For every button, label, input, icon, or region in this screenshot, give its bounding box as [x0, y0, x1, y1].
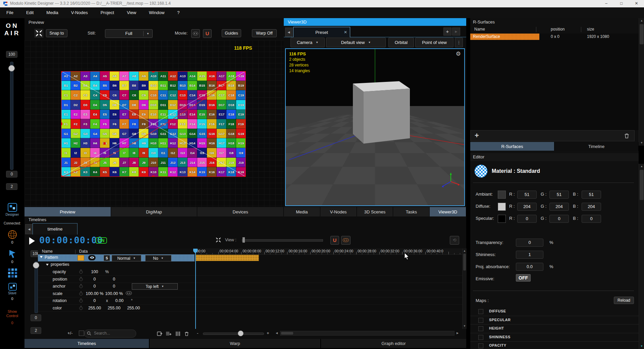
tab-preview[interactable]: Preview: [24, 207, 111, 216]
grid-cell-F13[interactable]: F13: [178, 119, 187, 129]
collapse-caret-icon[interactable]: [46, 264, 49, 266]
grid-cell-G5[interactable]: G5: [100, 129, 110, 139]
viewport-3d[interactable]: 116 FPS2 objects28 vertices14 triangles …: [285, 48, 465, 206]
search-box[interactable]: [84, 330, 136, 338]
grid-cell-G6[interactable]: G6: [110, 129, 119, 139]
grid-cell-G3[interactable]: G3: [80, 129, 90, 139]
grid-cell-B5[interactable]: B5: [100, 81, 110, 91]
keyframe-clock-icon[interactable]: [79, 277, 83, 282]
grid-cell-D15[interactable]: D15: [197, 100, 207, 110]
menu-window[interactable]: Window: [143, 7, 171, 18]
map-row-height[interactable]: HEIGHT: [470, 325, 639, 333]
grid-cell-A4[interactable]: A4: [90, 71, 100, 81]
grid-cell-A13[interactable]: A13: [178, 71, 187, 81]
tab-preset[interactable]: Preset ✕: [293, 27, 350, 37]
grid-cell-C9[interactable]: C9: [139, 90, 149, 100]
trigger-dropdown[interactable]: No ▼: [145, 255, 171, 261]
toolbar-more-button[interactable]: ⋮: [455, 38, 463, 47]
keyframe-clock-icon[interactable]: [79, 298, 83, 304]
grid-cell-H3[interactable]: H3: [80, 138, 90, 148]
rsurfaces-scrollbar[interactable]: ▲ ▼: [639, 18, 644, 146]
grid-cell-E9[interactable]: E9: [139, 110, 149, 119]
grid-cell-G7[interactable]: G7: [119, 129, 129, 139]
grid-cell-K14[interactable]: K14: [187, 167, 197, 177]
grid-cell-G19[interactable]: G19: [236, 129, 246, 139]
blend-mode-dropdown[interactable]: Normal ▼: [112, 255, 141, 261]
grid-cell-C8[interactable]: C8: [129, 90, 139, 100]
grid-cell-F11[interactable]: F11: [158, 119, 168, 129]
grid-cell-G12[interactable]: G12: [168, 129, 178, 139]
grid-cell-G2[interactable]: G2: [71, 129, 80, 139]
grid-cell-K12[interactable]: K12: [168, 167, 178, 177]
grid-cell-F10[interactable]: F10: [149, 119, 158, 129]
timeline-magnet-icon[interactable]: U: [330, 236, 339, 245]
grid-cell-H5[interactable]: H5: [100, 138, 110, 148]
grid-cell-A3[interactable]: A3: [80, 71, 90, 81]
kinetic-sphere-icon[interactable]: [7, 230, 17, 240]
keyframe-clock-icon[interactable]: [79, 284, 83, 289]
grid-cell-I10[interactable]: I10: [149, 148, 158, 158]
grid-cell-J8[interactable]: J8: [129, 158, 139, 167]
ambiant-b-field[interactable]: 51: [582, 191, 601, 199]
grid-cell-F8[interactable]: F8: [129, 119, 139, 129]
grid-cell-D5[interactable]: D5: [100, 100, 110, 110]
grid-cell-B17[interactable]: B17: [217, 81, 226, 91]
emissive-toggle[interactable]: OFF: [516, 274, 531, 282]
tab-tasks[interactable]: Tasks: [393, 207, 430, 216]
grid-cell-K15[interactable]: K15: [197, 167, 207, 177]
timeline-link-icon[interactable]: [341, 236, 351, 245]
grid-cell-I6[interactable]: I6: [110, 148, 119, 158]
add-keyframe-icon[interactable]: [156, 330, 163, 337]
zoom-slider-knob[interactable]: [238, 331, 244, 336]
grid-cell-A15[interactable]: A15: [197, 71, 207, 81]
center-view-icon[interactable]: [35, 29, 43, 38]
grid-cell-B18[interactable]: B18: [226, 81, 236, 91]
fit-view-icon[interactable]: [215, 237, 222, 243]
snap-to-button[interactable]: Snap to: [46, 29, 67, 37]
movie-loop-toggle[interactable]: [191, 29, 200, 38]
grid-cell-E11[interactable]: E11: [158, 110, 168, 119]
grid-cell-H9[interactable]: H9: [139, 138, 149, 148]
scroll-up-icon[interactable]: ▲: [639, 18, 644, 23]
grid-cell-F3[interactable]: F3: [80, 119, 90, 129]
add-tab-button[interactable]: +: [443, 28, 451, 36]
grid-cell-I1[interactable]: I1: [61, 148, 71, 158]
grid-cell-G1[interactable]: G1: [61, 129, 71, 139]
grid-cell-C6[interactable]: C6: [110, 90, 119, 100]
grid-cell-I19[interactable]: I19: [236, 148, 246, 158]
grid-cell-C19[interactable]: C19: [236, 90, 246, 100]
grid-cell-H11[interactable]: H11: [158, 138, 168, 148]
keyframe-clock-icon[interactable]: [79, 291, 83, 297]
map-checkbox-specular[interactable]: [478, 318, 483, 323]
prop-value[interactable]: 255.00: [85, 306, 104, 310]
zoom-out-button[interactable]: -: [197, 331, 198, 336]
grid-cell-D17[interactable]: D17: [217, 100, 226, 110]
specular-r-field[interactable]: 0: [517, 215, 537, 223]
timeline-tab-scroll-left[interactable]: ◀: [25, 224, 33, 234]
grid-cell-C1[interactable]: C1: [61, 90, 71, 100]
hscroll-thumb[interactable]: [281, 332, 293, 335]
grid-cell-E7[interactable]: E7: [119, 110, 129, 119]
keyframe-clock-icon[interactable]: [79, 269, 83, 275]
grid-cell-D6[interactable]: D6: [110, 100, 119, 110]
diffuse-color-swatch[interactable]: [498, 203, 506, 211]
grid-cell-J15[interactable]: J15: [197, 158, 207, 167]
tab-graph-editor[interactable]: Graph editor: [321, 339, 466, 348]
grid-cell-D11[interactable]: D11: [158, 100, 168, 110]
prop-value[interactable]: 0.00: [110, 298, 129, 303]
tab-timelines[interactable]: Timelines: [24, 339, 149, 348]
grid-cell-H14[interactable]: H14: [187, 138, 197, 148]
grid-cell-D8[interactable]: D8: [129, 100, 139, 110]
prop-value[interactable]: 255.00: [124, 306, 143, 310]
grid-cell-B6[interactable]: B6: [110, 81, 119, 91]
link-icon[interactable]: [126, 291, 132, 296]
grid-cell-H8[interactable]: H8: [129, 138, 139, 148]
eye-icon[interactable]: [88, 255, 96, 260]
grid-cell-C14[interactable]: C14: [187, 90, 197, 100]
playhead-line[interactable]: [195, 249, 196, 329]
grid-cell-D14[interactable]: D14: [187, 100, 197, 110]
menu-view[interactable]: View: [120, 7, 143, 18]
grid-cell-F7[interactable]: F7: [119, 119, 129, 129]
grid-cell-F16[interactable]: F16: [207, 119, 217, 129]
menu-v-nodes[interactable]: V-Nodes: [65, 7, 94, 18]
